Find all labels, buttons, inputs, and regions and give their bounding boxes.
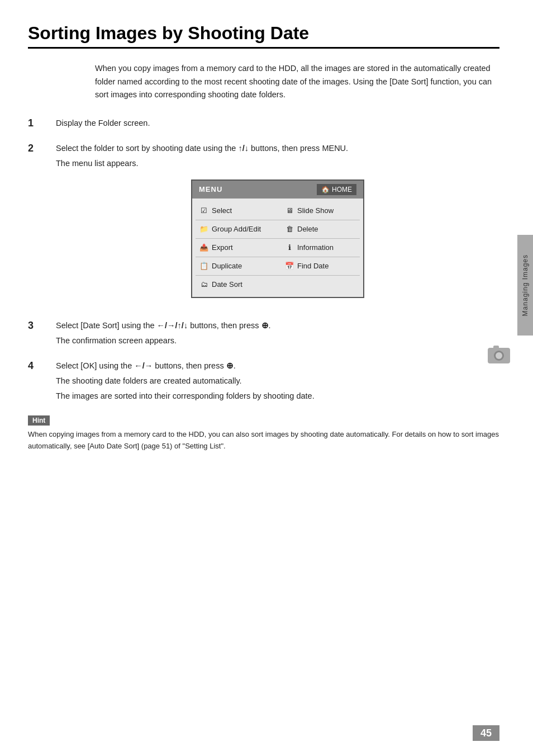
menu-item-duplicate[interactable]: 📋 Duplicate [192, 257, 278, 275]
duplicate-icon: 📋 [199, 261, 209, 271]
info-icon: ℹ [284, 243, 294, 253]
step-4-number: 4 [28, 360, 56, 372]
menu-item-date-sort[interactable]: 🗂 Date Sort [192, 276, 278, 294]
step-2-note: The menu list appears. [56, 157, 499, 170]
menu-item-group-add-edit[interactable]: 📁 Group Add/Edit [192, 220, 278, 238]
step-3-content: Select [Date Sort] using the ←/→/↑/↓ but… [56, 319, 499, 347]
step-2-number: 2 [28, 142, 56, 154]
group-icon: 📁 [199, 224, 209, 234]
hint-label: Hint [28, 415, 50, 426]
step-3-note: The confirmation screen appears. [56, 334, 499, 347]
menu-cell-empty [278, 276, 363, 294]
hint-text: When copying images from a memory card t… [28, 429, 499, 452]
step-3: 3 Select [Date Sort] using the ←/→/↑/↓ b… [28, 319, 499, 347]
step-3-number: 3 [28, 319, 56, 332]
page-number-area: 45 [473, 727, 499, 739]
date-sort-icon: 🗂 [199, 280, 209, 290]
menu-item-export[interactable]: 📤 Export [192, 239, 278, 257]
sidebar-tab: Managing Images [517, 235, 533, 336]
intro-text: When you copy images from a memory card … [95, 62, 499, 101]
step-3-text: Select [Date Sort] using the ←/→/↑/↓ but… [56, 319, 499, 332]
step-4-content: Select [OK] using the ←/→ buttons, then … [56, 360, 499, 403]
menu-item-find-date[interactable]: 📅 Find Date [278, 257, 363, 275]
menu-screenshot: MENU 🏠 HOME ☑ Select 🖥 [191, 179, 364, 298]
step-2-text: Select the folder to sort by shooting da… [56, 142, 499, 155]
step-2: 2 Select the folder to sort by shooting … [28, 142, 499, 306]
menu-title: MENU [199, 185, 222, 193]
step-4-note1: The shooting date folders are created au… [56, 375, 499, 388]
step-1-number: 1 [28, 117, 56, 129]
menu-home-button[interactable]: 🏠 HOME [317, 184, 356, 195]
find-date-icon: 📅 [284, 261, 294, 271]
menu-row-2: 📁 Group Add/Edit 🗑 Delete [192, 220, 363, 238]
svg-point-2 [496, 352, 502, 359]
slideshow-icon: 🖥 [284, 206, 294, 216]
svg-rect-3 [493, 346, 499, 349]
step-4-text: Select [OK] using the ←/→ buttons, then … [56, 360, 499, 372]
step-2-content: Select the folder to sort by shooting da… [56, 142, 499, 306]
camera-icon-area [486, 341, 513, 369]
step-1-text: Display the Folder screen. [56, 117, 499, 130]
menu-row-3: 📤 Export ℹ Information [192, 239, 363, 257]
menu-item-slideshow[interactable]: 🖥 Slide Show [278, 202, 363, 220]
page-number: 45 [473, 725, 499, 741]
home-label: HOME [332, 186, 352, 193]
delete-icon: 🗑 [284, 224, 294, 234]
menu-row-4: 📋 Duplicate 📅 Find Date [192, 257, 363, 275]
step-1-content: Display the Folder screen. [56, 117, 499, 130]
page-container: Sorting Images by Shooting Date When you… [0, 0, 533, 756]
menu-header: MENU 🏠 HOME [192, 181, 363, 199]
sidebar-label: Managing Images [521, 254, 529, 316]
camera-icon [486, 341, 512, 368]
hint-section: Hint When copying images from a memory c… [28, 415, 499, 452]
menu-item-delete[interactable]: 🗑 Delete [278, 220, 363, 238]
home-icon: 🏠 [321, 186, 330, 193]
menu-row-5: 🗂 Date Sort [192, 276, 363, 294]
export-icon: 📤 [199, 243, 209, 253]
menu-item-select[interactable]: ☑ Select [192, 202, 278, 220]
step-1: 1 Display the Folder screen. [28, 117, 499, 130]
page-title: Sorting Images by Shooting Date [28, 22, 499, 49]
menu-item-information[interactable]: ℹ Information [278, 239, 363, 257]
menu-body: ☑ Select 🖥 Slide Show 📁 Group A [192, 199, 363, 297]
menu-row-1: ☑ Select 🖥 Slide Show [192, 202, 363, 220]
step-4: 4 Select [OK] using the ←/→ buttons, the… [28, 360, 499, 403]
select-icon: ☑ [199, 206, 209, 216]
step-4-note2: The images are sorted into their corresp… [56, 390, 499, 403]
